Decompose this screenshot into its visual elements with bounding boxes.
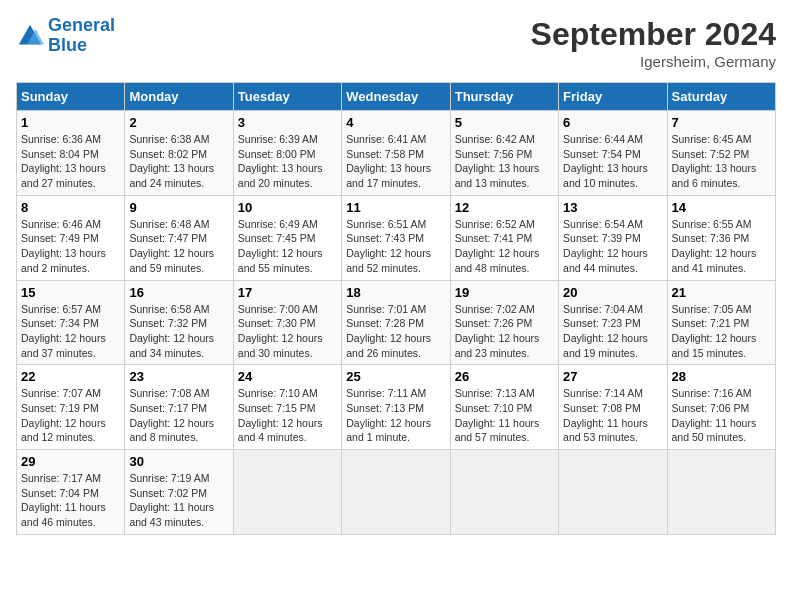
day-details: Sunrise: 6:39 AMSunset: 8:00 PMDaylight:… — [238, 132, 337, 191]
day-details: Sunrise: 6:57 AMSunset: 7:34 PMDaylight:… — [21, 302, 120, 361]
day-details: Sunrise: 6:55 AMSunset: 7:36 PMDaylight:… — [672, 217, 771, 276]
table-row: 30 Sunrise: 7:19 AMSunset: 7:02 PMDaylig… — [125, 450, 233, 535]
table-row — [559, 450, 667, 535]
col-tuesday: Tuesday — [233, 83, 341, 111]
day-number: 13 — [563, 200, 662, 215]
title-block: September 2024 Igersheim, Germany — [531, 16, 776, 70]
table-row: 15 Sunrise: 6:57 AMSunset: 7:34 PMDaylig… — [17, 280, 125, 365]
table-row: 13 Sunrise: 6:54 AMSunset: 7:39 PMDaylig… — [559, 195, 667, 280]
day-number: 22 — [21, 369, 120, 384]
day-number: 9 — [129, 200, 228, 215]
day-number: 27 — [563, 369, 662, 384]
table-row: 16 Sunrise: 6:58 AMSunset: 7:32 PMDaylig… — [125, 280, 233, 365]
table-row: 3 Sunrise: 6:39 AMSunset: 8:00 PMDayligh… — [233, 111, 341, 196]
table-row: 19 Sunrise: 7:02 AMSunset: 7:26 PMDaylig… — [450, 280, 558, 365]
location: Igersheim, Germany — [531, 53, 776, 70]
table-row — [667, 450, 775, 535]
day-details: Sunrise: 7:04 AMSunset: 7:23 PMDaylight:… — [563, 302, 662, 361]
day-number: 18 — [346, 285, 445, 300]
table-row: 5 Sunrise: 6:42 AMSunset: 7:56 PMDayligh… — [450, 111, 558, 196]
day-number: 28 — [672, 369, 771, 384]
day-details: Sunrise: 6:52 AMSunset: 7:41 PMDaylight:… — [455, 217, 554, 276]
day-number: 12 — [455, 200, 554, 215]
col-friday: Friday — [559, 83, 667, 111]
logo-text: General Blue — [48, 16, 115, 56]
day-details: Sunrise: 7:17 AMSunset: 7:04 PMDaylight:… — [21, 471, 120, 530]
table-row: 18 Sunrise: 7:01 AMSunset: 7:28 PMDaylig… — [342, 280, 450, 365]
table-row: 14 Sunrise: 6:55 AMSunset: 7:36 PMDaylig… — [667, 195, 775, 280]
day-details: Sunrise: 7:05 AMSunset: 7:21 PMDaylight:… — [672, 302, 771, 361]
logo: General Blue — [16, 16, 115, 56]
table-row — [450, 450, 558, 535]
day-details: Sunrise: 7:10 AMSunset: 7:15 PMDaylight:… — [238, 386, 337, 445]
day-number: 21 — [672, 285, 771, 300]
table-row: 4 Sunrise: 6:41 AMSunset: 7:58 PMDayligh… — [342, 111, 450, 196]
logo-icon — [16, 22, 44, 50]
day-details: Sunrise: 6:51 AMSunset: 7:43 PMDaylight:… — [346, 217, 445, 276]
table-row: 11 Sunrise: 6:51 AMSunset: 7:43 PMDaylig… — [342, 195, 450, 280]
day-number: 5 — [455, 115, 554, 130]
day-number: 25 — [346, 369, 445, 384]
day-details: Sunrise: 7:14 AMSunset: 7:08 PMDaylight:… — [563, 386, 662, 445]
day-details: Sunrise: 7:01 AMSunset: 7:28 PMDaylight:… — [346, 302, 445, 361]
table-row: 29 Sunrise: 7:17 AMSunset: 7:04 PMDaylig… — [17, 450, 125, 535]
day-number: 24 — [238, 369, 337, 384]
day-number: 26 — [455, 369, 554, 384]
table-row: 24 Sunrise: 7:10 AMSunset: 7:15 PMDaylig… — [233, 365, 341, 450]
table-row: 17 Sunrise: 7:00 AMSunset: 7:30 PMDaylig… — [233, 280, 341, 365]
day-number: 14 — [672, 200, 771, 215]
day-number: 11 — [346, 200, 445, 215]
day-number: 4 — [346, 115, 445, 130]
day-details: Sunrise: 6:48 AMSunset: 7:47 PMDaylight:… — [129, 217, 228, 276]
col-sunday: Sunday — [17, 83, 125, 111]
table-row: 2 Sunrise: 6:38 AMSunset: 8:02 PMDayligh… — [125, 111, 233, 196]
day-details: Sunrise: 7:16 AMSunset: 7:06 PMDaylight:… — [672, 386, 771, 445]
day-number: 7 — [672, 115, 771, 130]
logo-general: General — [48, 15, 115, 35]
table-row: 21 Sunrise: 7:05 AMSunset: 7:21 PMDaylig… — [667, 280, 775, 365]
month-title: September 2024 — [531, 16, 776, 53]
table-row — [233, 450, 341, 535]
day-number: 29 — [21, 454, 120, 469]
day-number: 15 — [21, 285, 120, 300]
day-details: Sunrise: 6:44 AMSunset: 7:54 PMDaylight:… — [563, 132, 662, 191]
day-details: Sunrise: 7:07 AMSunset: 7:19 PMDaylight:… — [21, 386, 120, 445]
header-row: Sunday Monday Tuesday Wednesday Thursday… — [17, 83, 776, 111]
day-details: Sunrise: 7:11 AMSunset: 7:13 PMDaylight:… — [346, 386, 445, 445]
table-row: 25 Sunrise: 7:11 AMSunset: 7:13 PMDaylig… — [342, 365, 450, 450]
day-number: 17 — [238, 285, 337, 300]
day-number: 8 — [21, 200, 120, 215]
table-row: 8 Sunrise: 6:46 AMSunset: 7:49 PMDayligh… — [17, 195, 125, 280]
day-number: 16 — [129, 285, 228, 300]
table-row — [342, 450, 450, 535]
day-details: Sunrise: 7:19 AMSunset: 7:02 PMDaylight:… — [129, 471, 228, 530]
day-number: 2 — [129, 115, 228, 130]
day-details: Sunrise: 7:08 AMSunset: 7:17 PMDaylight:… — [129, 386, 228, 445]
col-saturday: Saturday — [667, 83, 775, 111]
day-details: Sunrise: 7:13 AMSunset: 7:10 PMDaylight:… — [455, 386, 554, 445]
day-details: Sunrise: 6:49 AMSunset: 7:45 PMDaylight:… — [238, 217, 337, 276]
table-row: 10 Sunrise: 6:49 AMSunset: 7:45 PMDaylig… — [233, 195, 341, 280]
table-row: 1 Sunrise: 6:36 AMSunset: 8:04 PMDayligh… — [17, 111, 125, 196]
day-details: Sunrise: 7:00 AMSunset: 7:30 PMDaylight:… — [238, 302, 337, 361]
table-row: 6 Sunrise: 6:44 AMSunset: 7:54 PMDayligh… — [559, 111, 667, 196]
day-number: 3 — [238, 115, 337, 130]
logo-blue: Blue — [48, 35, 87, 55]
day-number: 10 — [238, 200, 337, 215]
table-row: 22 Sunrise: 7:07 AMSunset: 7:19 PMDaylig… — [17, 365, 125, 450]
day-details: Sunrise: 6:41 AMSunset: 7:58 PMDaylight:… — [346, 132, 445, 191]
table-row: 28 Sunrise: 7:16 AMSunset: 7:06 PMDaylig… — [667, 365, 775, 450]
col-wednesday: Wednesday — [342, 83, 450, 111]
table-row: 27 Sunrise: 7:14 AMSunset: 7:08 PMDaylig… — [559, 365, 667, 450]
table-row: 26 Sunrise: 7:13 AMSunset: 7:10 PMDaylig… — [450, 365, 558, 450]
col-thursday: Thursday — [450, 83, 558, 111]
day-number: 30 — [129, 454, 228, 469]
day-number: 23 — [129, 369, 228, 384]
day-details: Sunrise: 7:02 AMSunset: 7:26 PMDaylight:… — [455, 302, 554, 361]
day-details: Sunrise: 6:42 AMSunset: 7:56 PMDaylight:… — [455, 132, 554, 191]
day-details: Sunrise: 6:54 AMSunset: 7:39 PMDaylight:… — [563, 217, 662, 276]
table-row: 12 Sunrise: 6:52 AMSunset: 7:41 PMDaylig… — [450, 195, 558, 280]
day-number: 20 — [563, 285, 662, 300]
calendar-table: Sunday Monday Tuesday Wednesday Thursday… — [16, 82, 776, 535]
table-row: 9 Sunrise: 6:48 AMSunset: 7:47 PMDayligh… — [125, 195, 233, 280]
